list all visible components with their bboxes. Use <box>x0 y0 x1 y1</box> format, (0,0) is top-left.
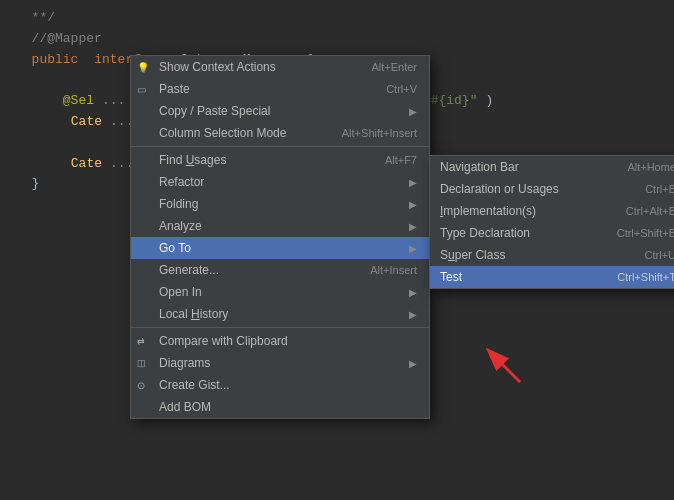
submenu-arrow-icon: ▶ <box>409 243 417 254</box>
menu-item-paste[interactable]: ▭ Paste Ctrl+V <box>131 78 429 100</box>
shortcut: Ctrl+B <box>645 183 674 195</box>
paste-icon: ▭ <box>137 84 146 95</box>
shortcut: Alt+Enter <box>371 61 417 73</box>
menu-label: Local History <box>159 307 228 321</box>
go-to-submenu: Navigation Bar Alt+Home Declaration or U… <box>429 155 674 289</box>
menu-label: Compare with Clipboard <box>159 334 288 348</box>
menu-label: Test <box>440 270 462 284</box>
menu-label: Diagrams <box>159 356 210 370</box>
diagram-icon: ◫ <box>137 358 146 368</box>
menu-item-compare-clipboard[interactable]: ⇄ Compare with Clipboard <box>131 330 429 352</box>
menu-label: Find Usages <box>159 153 226 167</box>
shortcut: Ctrl+Alt+B <box>626 205 674 217</box>
gist-icon: ⊙ <box>137 380 145 391</box>
shortcut: Ctrl+V <box>386 83 417 95</box>
menu-item-add-bom[interactable]: Add BOM <box>131 396 429 418</box>
menu-label: Go To <box>159 241 191 255</box>
separator-1 <box>131 146 429 147</box>
menu-label: Open In <box>159 285 202 299</box>
menu-label: Paste <box>159 82 190 96</box>
menu-label: Folding <box>159 197 198 211</box>
submenu-item-declaration-usages[interactable]: Declaration or Usages Ctrl+B <box>430 178 674 200</box>
menu-label: Super Class <box>440 248 505 262</box>
shortcut: Ctrl+Shift+T <box>617 271 674 283</box>
menu-label: Create Gist... <box>159 378 230 392</box>
submenu-arrow-icon: ▶ <box>409 177 417 188</box>
submenu-arrow-icon: ▶ <box>409 199 417 210</box>
lightbulb-icon: 💡 <box>137 62 149 73</box>
menu-item-refactor[interactable]: Refactor ▶ <box>131 171 429 193</box>
separator-2 <box>131 327 429 328</box>
menu-label: Copy / Paste Special <box>159 104 270 118</box>
menu-item-go-to[interactable]: Go To ▶ <box>131 237 429 259</box>
menu-label: Generate... <box>159 263 219 277</box>
menu-label: Implementation(s) <box>440 204 536 218</box>
shortcut: Alt+Home <box>627 161 674 173</box>
menu-item-folding[interactable]: Folding ▶ <box>131 193 429 215</box>
context-menu: 💡 Show Context Actions Alt+Enter ▭ Paste… <box>130 55 430 419</box>
menu-item-analyze[interactable]: Analyze ▶ <box>131 215 429 237</box>
menu-item-open-in[interactable]: Open In ▶ <box>131 281 429 303</box>
submenu-arrow-icon: ▶ <box>409 221 417 232</box>
submenu-item-navigation-bar[interactable]: Navigation Bar Alt+Home <box>430 156 674 178</box>
menu-label: Add BOM <box>159 400 211 414</box>
menu-label: Type Declaration <box>440 226 530 240</box>
shortcut: Ctrl+U <box>645 249 674 261</box>
compare-icon: ⇄ <box>137 336 145 346</box>
shortcut: Alt+Shift+Insert <box>342 127 417 139</box>
menu-label: Declaration or Usages <box>440 182 559 196</box>
submenu-item-implementations[interactable]: Implementation(s) Ctrl+Alt+B <box>430 200 674 222</box>
submenu-item-type-declaration[interactable]: Type Declaration Ctrl+Shift+B <box>430 222 674 244</box>
menu-label: Navigation Bar <box>440 160 519 174</box>
submenu-item-test[interactable]: Test Ctrl+Shift+T <box>430 266 674 288</box>
menu-item-column-selection[interactable]: Column Selection Mode Alt+Shift+Insert <box>131 122 429 144</box>
menu-item-local-history[interactable]: Local History ▶ <box>131 303 429 325</box>
menu-item-show-context-actions[interactable]: 💡 Show Context Actions Alt+Enter <box>131 56 429 78</box>
menu-item-copy-paste-special[interactable]: Copy / Paste Special ▶ <box>131 100 429 122</box>
submenu-arrow-icon: ▶ <box>409 309 417 320</box>
submenu-arrow-icon: ▶ <box>409 106 417 117</box>
menu-item-generate[interactable]: Generate... Alt+Insert <box>131 259 429 281</box>
menu-label: Show Context Actions <box>159 60 276 74</box>
menu-label: Column Selection Mode <box>159 126 286 140</box>
shortcut: Alt+F7 <box>385 154 417 166</box>
menu-item-find-usages[interactable]: Find Usages Alt+F7 <box>131 149 429 171</box>
submenu-arrow-icon: ▶ <box>409 358 417 369</box>
menu-item-diagrams[interactable]: ◫ Diagrams ▶ <box>131 352 429 374</box>
shortcut: Alt+Insert <box>370 264 417 276</box>
menu-label: Analyze <box>159 219 202 233</box>
menu-label: Refactor <box>159 175 204 189</box>
shortcut: Ctrl+Shift+B <box>617 227 674 239</box>
submenu-item-super-class[interactable]: Super Class Ctrl+U <box>430 244 674 266</box>
submenu-arrow-icon: ▶ <box>409 287 417 298</box>
menu-item-create-gist[interactable]: ⊙ Create Gist... <box>131 374 429 396</box>
